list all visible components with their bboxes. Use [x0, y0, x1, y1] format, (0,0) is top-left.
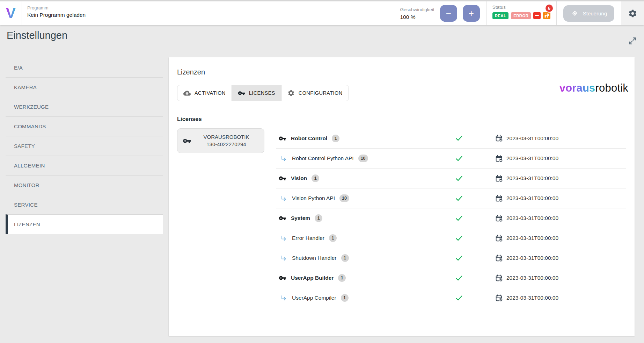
- license-name: Vision Python API: [292, 195, 335, 201]
- licenses-section-title: Licenses: [177, 116, 626, 122]
- check-icon: [455, 194, 463, 203]
- check-icon: [455, 294, 463, 302]
- vorausrobotik-logo: vorausrobotik: [559, 82, 628, 94]
- sidebar-item-label: SERVICE: [14, 202, 38, 208]
- sidebar-item-e-a[interactable]: E/A: [6, 58, 163, 77]
- check-icon: [455, 134, 463, 143]
- check-icon: [455, 234, 463, 243]
- sidebar-item-lizenzen[interactable]: LIZENZEN: [6, 214, 163, 234]
- sidebar-item-label: E/A: [14, 65, 23, 71]
- license-count-badge: 1: [338, 274, 346, 282]
- key-icon: [279, 274, 286, 282]
- steuerung-button[interactable]: Steuerung: [563, 5, 614, 22]
- sidebar-item-kamera[interactable]: KAMERA: [6, 77, 163, 97]
- key-icon: [279, 135, 286, 142]
- subdirectory-arrow-icon: [280, 155, 287, 162]
- calendar-refresh-icon: [495, 134, 503, 142]
- speed-section: Geschwindigkeit 100 % − +: [394, 1, 486, 25]
- expand-icon: [628, 36, 637, 45]
- license-expiry: 2023-03-31T00:00:00: [506, 195, 558, 201]
- license-name: Robot Control: [291, 135, 327, 142]
- key-icon: [183, 137, 191, 145]
- license-card-name: VORAUSROBOTIK: [194, 134, 259, 141]
- panel-title: Lizenzen: [177, 68, 626, 76]
- top-bar: V Programm Kein Programm geladen Geschwi…: [0, 0, 644, 25]
- license-key-column: VORAUSROBOTIK 130-4022270294: [177, 128, 276, 308]
- calendar-refresh-icon: [495, 155, 503, 163]
- license-count-badge: 10: [339, 194, 349, 202]
- sidebar-item-monitor[interactable]: MONITOR: [6, 175, 163, 195]
- status-section: Status REAL ERROR 6: [486, 1, 557, 25]
- voraus-v-logo: V: [6, 6, 16, 21]
- minus-icon: [533, 12, 541, 19]
- license-expiry: 2023-03-31T00:00:00: [506, 155, 558, 162]
- sidebar-item-safety[interactable]: SAFETY: [6, 136, 163, 156]
- sidebar-item-commands[interactable]: COMMANDS: [6, 116, 163, 136]
- license-expiry: 2023-03-31T00:00:00: [506, 275, 558, 281]
- calendar-refresh-icon: [495, 294, 503, 302]
- license-count-badge: 10: [358, 155, 368, 162]
- license-expiry: 2023-03-31T00:00:00: [506, 255, 558, 261]
- tab-configuration[interactable]: CONFIGURATION: [281, 85, 349, 101]
- speed-decrease-button[interactable]: −: [440, 5, 457, 22]
- robot-icon: [543, 12, 550, 19]
- expand-button[interactable]: [628, 36, 638, 46]
- subdirectory-arrow-icon: [280, 294, 287, 301]
- license-row[interactable]: UserApp Compiler 1 2023-03-31T00:00:00: [276, 288, 626, 308]
- license-key-card[interactable]: VORAUSROBOTIK 130-4022270294: [177, 128, 264, 153]
- check-icon: [455, 274, 463, 283]
- license-row[interactable]: Vision 1 2023-03-31T00:00:00: [276, 168, 626, 188]
- app-logo: V: [0, 1, 22, 25]
- license-expiry: 2023-03-31T00:00:00: [506, 235, 558, 241]
- settings-sidebar: E/A KAMERA WERKZEUGE COMMANDS SAFETY ALL…: [6, 58, 163, 234]
- license-row[interactable]: Robot Control Python API 10 2023-03-31T0…: [276, 148, 626, 168]
- license-row[interactable]: Shutdown Handler 1 2023-03-31T00:00:00: [276, 248, 626, 268]
- license-row[interactable]: UserApp Builder 1 2023-03-31T00:00:00: [276, 268, 626, 288]
- license-name: Robot Control Python API: [292, 155, 354, 162]
- key-icon: [279, 214, 286, 222]
- license-row[interactable]: System 1 2023-03-31T00:00:00: [276, 208, 626, 228]
- status-label: Status: [492, 5, 551, 10]
- check-icon: [455, 254, 463, 263]
- license-count-badge: 1: [329, 234, 337, 242]
- sidebar-item-label: ALLGEMEIN: [14, 163, 45, 169]
- sidebar-item-service[interactable]: SERVICE: [6, 195, 163, 214]
- check-icon: [455, 214, 463, 223]
- license-expiry: 2023-03-31T00:00:00: [506, 175, 558, 181]
- calendar-refresh-icon: [495, 194, 503, 202]
- license-expiry: 2023-03-31T00:00:00: [506, 135, 558, 142]
- license-row[interactable]: Robot Control 1 2023-03-31T00:00:00: [276, 128, 626, 148]
- settings-button[interactable]: [621, 1, 644, 25]
- steuerung-section: Steuerung: [557, 1, 621, 25]
- calendar-refresh-icon: [495, 254, 503, 262]
- program-label: Programm: [27, 5, 394, 10]
- license-row[interactable]: Error Handler 1 2023-03-31T00:00:00: [276, 228, 626, 248]
- calendar-refresh-icon: [495, 234, 503, 242]
- brand-voraus: voraus: [559, 82, 595, 94]
- subdirectory-arrow-icon: [280, 255, 287, 262]
- sidebar-item-allgemein[interactable]: ALLGEMEIN: [6, 156, 163, 175]
- gear-icon: [628, 9, 637, 18]
- license-count-badge: 1: [341, 294, 349, 302]
- tab-activation[interactable]: ACTIVATION: [177, 85, 232, 101]
- sidebar-item-label: KAMERA: [14, 84, 37, 90]
- lizenzen-panel: Lizenzen ACTIVATION LICENSES CONFIGURATI…: [169, 57, 635, 336]
- license-expiry: 2023-03-31T00:00:00: [506, 295, 558, 301]
- subdirectory-arrow-icon: [280, 235, 287, 242]
- license-row[interactable]: Vision Python API 10 2023-03-31T00:00:00: [276, 188, 626, 208]
- tab-licenses[interactable]: LICENSES: [232, 85, 281, 101]
- speed-increase-button[interactable]: +: [463, 5, 480, 22]
- speed-value: 100 %: [400, 14, 434, 20]
- status-badge-real: REAL: [492, 12, 509, 19]
- license-name: System: [291, 215, 310, 221]
- tab-label: CONFIGURATION: [299, 90, 343, 96]
- program-info: Programm Kein Programm geladen: [22, 1, 394, 25]
- check-icon: [455, 154, 463, 163]
- gear-icon: [287, 90, 295, 97]
- sidebar-item-werkzeuge[interactable]: WERKZEUGE: [6, 97, 163, 116]
- check-icon: [455, 174, 463, 183]
- license-name: Shutdown Handler: [292, 255, 337, 261]
- status-badge-error: ERROR: [511, 12, 531, 19]
- key-icon: [279, 174, 286, 182]
- calendar-refresh-icon: [495, 174, 503, 183]
